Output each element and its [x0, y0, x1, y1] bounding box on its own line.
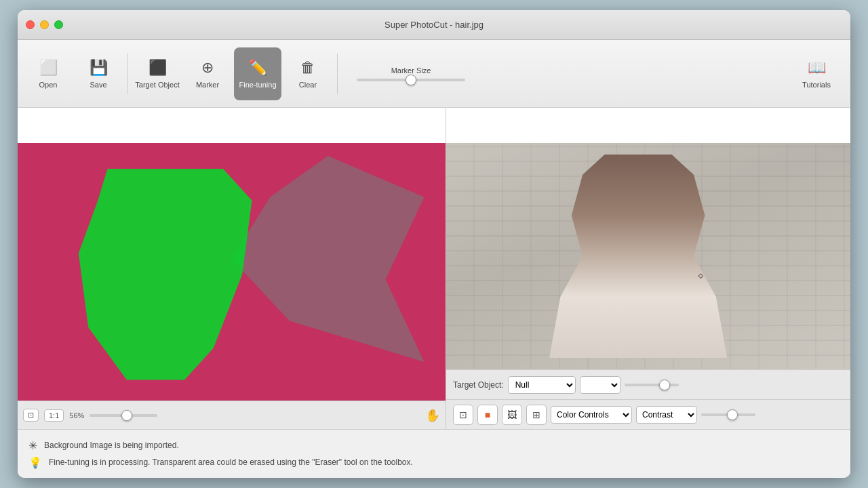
pan-tool-button[interactable]: ✋ [425, 408, 440, 423]
window-title: Super PhotoCut - hair.jpg [384, 20, 484, 30]
extra-select[interactable] [580, 376, 620, 394]
close-button[interactable] [26, 20, 35, 29]
view-grid-button[interactable]: ⊞ [526, 405, 547, 425]
status-message-1: Background Image is being imported. [44, 441, 179, 450]
separator-2 [337, 54, 338, 94]
zoom-percent: 56% [69, 411, 84, 420]
tutorials-label: Tutorials [802, 81, 831, 89]
left-bottom-bar: ⊡ 1:1 56% ✋ [18, 401, 446, 429]
view-image-icon: 🖼 [507, 409, 517, 420]
contrast-slider[interactable] [701, 413, 755, 416]
marker-label: Marker [196, 81, 219, 89]
marker-button[interactable]: ⊕ Marker [184, 47, 231, 100]
view-image-button[interactable]: 🖼 [502, 405, 522, 425]
fine-tuning-label: Fine-tuning [239, 81, 276, 89]
target-object-button[interactable]: ⬛ Target Object [134, 47, 181, 100]
save-icon: 💾 [90, 59, 108, 77]
target-object-select[interactable]: Null [508, 376, 576, 394]
status-icon-1: ✳ [28, 439, 37, 452]
tutorials-button[interactable]: 📖 Tutorials [789, 47, 844, 100]
maximize-button[interactable] [54, 20, 63, 29]
save-label: Save [90, 81, 106, 89]
clear-button[interactable]: 🗑 Clear [284, 47, 332, 100]
minimize-button[interactable] [40, 20, 49, 29]
clear-label: Clear [299, 81, 317, 89]
target-object-label: Target Object: [453, 380, 504, 390]
open-icon: ⬜ [39, 59, 58, 77]
toolbar: ⬜ Open 💾 Save ⬛ Target Object ⊕ Marker ✏… [18, 40, 850, 108]
view-color-icon: ■ [485, 409, 490, 420]
titlebar: Super PhotoCut - hair.jpg [18, 10, 850, 40]
save-button[interactable]: 💾 Save [75, 47, 122, 100]
traffic-lights [26, 20, 63, 29]
separator-1 [127, 54, 128, 94]
status-row-2: 💡 Fine-tuning is in processing. Transpar… [28, 456, 840, 469]
marker-icon: ⊕ [201, 59, 214, 77]
zoom-1to1-button[interactable]: 1:1 [44, 409, 64, 422]
main-window: Super PhotoCut - hair.jpg ⬜ Open 💾 Save … [18, 10, 850, 478]
right-bottom-bar: ⊡ ■ 🖼 ⊞ Color Controls Contrast [446, 399, 850, 429]
open-label: Open [39, 81, 58, 89]
marker-size-control: Marker Size [357, 66, 465, 81]
view-fit-icon: ⊡ [459, 409, 467, 420]
view-color-button[interactable]: ■ [477, 405, 498, 425]
right-controls-bar: Target Object: Null [446, 369, 850, 399]
target-object-icon: ⬛ [149, 59, 167, 77]
marker-size-slider[interactable] [357, 79, 465, 81]
marker-size-label: Marker Size [391, 66, 431, 75]
color-controls-select[interactable]: Color Controls [551, 406, 632, 424]
zoom-slider[interactable] [90, 414, 157, 417]
status-row-1: ✳ Background Image is being imported. [28, 439, 840, 452]
right-panel: ⬦ Target Object: Null ⊡ ■ [446, 108, 850, 429]
target-object-label: Target Object [135, 81, 179, 89]
right-canvas[interactable]: ⬦ [446, 143, 850, 369]
left-canvas[interactable] [18, 143, 446, 401]
left-panel: ⊡ 1:1 56% ✋ [18, 108, 446, 429]
fine-tuning-icon: ✏️ [249, 59, 267, 77]
contrast-select[interactable]: Contrast [636, 406, 697, 424]
clear-icon: 🗑 [300, 59, 315, 77]
tutorials-icon: 📖 [808, 59, 826, 77]
fine-tuning-button[interactable]: ✏️ Fine-tuning [234, 47, 281, 100]
view-fit-button[interactable]: ⊡ [453, 405, 473, 425]
view-grid-icon: ⊞ [532, 409, 540, 420]
target-slider[interactable] [625, 384, 679, 386]
right-top-bar [446, 108, 850, 143]
open-button[interactable]: ⬜ Open [24, 47, 72, 100]
status-message-2: Fine-tuning is in processing. Transparen… [49, 458, 413, 467]
zoom-fit-button[interactable]: ⊡ [23, 409, 39, 422]
status-bar: ✳ Background Image is being imported. 💡 … [18, 429, 850, 478]
left-top-bar [18, 108, 446, 143]
status-icon-2: 💡 [28, 456, 42, 469]
main-content: ⊡ 1:1 56% ✋ ⬦ Target Object: Null [18, 108, 850, 429]
